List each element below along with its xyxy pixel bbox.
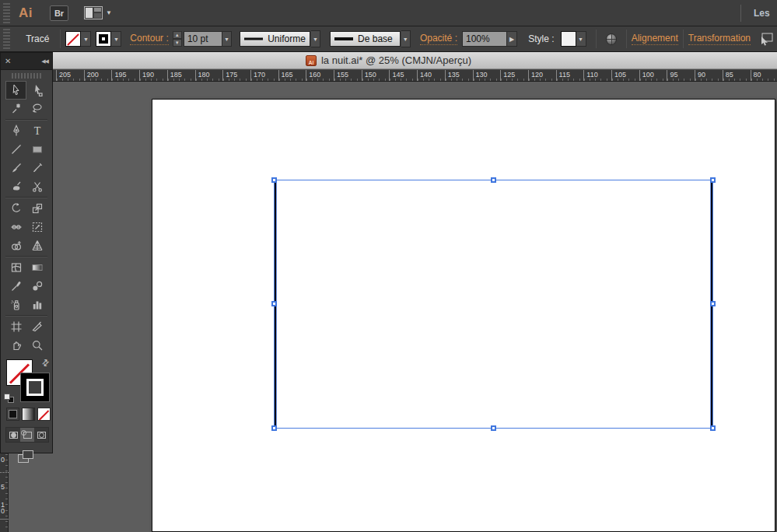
selection-handle-bottom-middle[interactable] (491, 425, 496, 431)
chevron-down-icon[interactable]: ▼ (576, 31, 586, 47)
tool-width[interactable] (5, 218, 26, 236)
stroke-proxy-black[interactable] (20, 373, 50, 402)
align-panel-link[interactable]: Alignement (632, 33, 678, 45)
none-button[interactable] (37, 408, 51, 421)
tool-artboard[interactable] (5, 317, 26, 336)
chevron-down-icon[interactable]: ▼ (81, 31, 91, 47)
bridge-button[interactable]: Br (50, 5, 68, 21)
svg-text:T: T (33, 125, 40, 137)
tool-type[interactable]: T (26, 121, 47, 140)
selection-handle-top-right[interactable] (710, 177, 716, 183)
selection-handle-top-middle[interactable] (491, 177, 496, 183)
stroke-color-button[interactable]: ▼ (96, 31, 121, 47)
workspace-menu-label[interactable]: Les (754, 8, 777, 19)
tool-pen[interactable] (5, 121, 26, 140)
draw-normal-button[interactable] (6, 428, 20, 442)
tool-magic-wand[interactable] (5, 100, 26, 118)
opacity-panel-link[interactable]: Opacité : (420, 33, 457, 45)
tool-scissors[interactable] (26, 177, 47, 196)
tool-eyedropper[interactable] (5, 277, 26, 296)
drawing-mode-row (5, 427, 49, 443)
ruler-tick-label: 105 (611, 70, 639, 81)
type-icon: T (31, 124, 44, 137)
selection-handle-bottom-right[interactable] (710, 425, 716, 431)
ruler-tick-label: 185 (167, 70, 195, 81)
stroke-weight-input[interactable] (184, 31, 222, 47)
document-setup-globe-icon[interactable] (606, 33, 617, 45)
tool-rectangle[interactable] (26, 140, 47, 159)
divider (626, 30, 627, 48)
zoom-icon (31, 339, 44, 352)
brush-definition-dropdown[interactable]: ▼ (401, 30, 411, 47)
gradient-button[interactable] (22, 408, 35, 421)
ruler-tick-label: 115 (556, 70, 584, 81)
ai-file-icon: Ai (306, 55, 317, 66)
ruler-tick-label: 120 (528, 70, 556, 81)
tool-hand[interactable] (5, 336, 26, 355)
selection-handle-top-left[interactable] (271, 177, 277, 183)
stroke-panel-link[interactable]: Contour : (130, 33, 168, 45)
tool-column-graph[interactable] (26, 296, 47, 314)
divider (60, 30, 61, 48)
fill-color-button[interactable]: ▼ (65, 31, 91, 47)
graphic-style-button[interactable]: ▼ (561, 31, 586, 47)
canvas[interactable] (0, 82, 777, 532)
tool-pencil[interactable] (26, 159, 47, 177)
selected-rectangle[interactable] (275, 180, 712, 429)
width-profile-combo[interactable]: Uniforme (240, 31, 310, 47)
tool-symbol-sprayer[interactable] (5, 296, 26, 314)
width-profile-dropdown[interactable]: ▼ (311, 30, 320, 47)
control-bar-grip[interactable] (2, 29, 12, 49)
close-icon[interactable]: ✕ (5, 57, 11, 65)
app-bar: Ai Br ▼ Les (0, 0, 777, 26)
selection-handle-bottom-left[interactable] (271, 425, 277, 431)
tool-blob-brush[interactable] (5, 177, 26, 196)
selection-handle-middle-right[interactable] (710, 301, 716, 306)
scissors-icon (31, 180, 44, 193)
collapse-panel-icon[interactable]: ◀◀ (41, 58, 48, 65)
tool-rotate[interactable] (5, 199, 26, 218)
opacity-slider-button[interactable]: ▶ (507, 31, 517, 47)
change-screen-mode-button[interactable] (18, 450, 35, 464)
control-bar: Tracé ▼ ▼ Contour : ▲▼ ▼ Uniforme ▼ De b… (0, 26, 777, 52)
stroke-weight-dropdown[interactable]: ▼ (222, 31, 232, 47)
tools-panel-header[interactable]: ✕ ◀◀ (1, 53, 52, 70)
tool-free-transform[interactable] (26, 218, 47, 236)
tool-line-segment[interactable] (5, 140, 26, 159)
app-bar-grip[interactable] (2, 3, 12, 23)
tool-mesh[interactable] (5, 258, 26, 277)
transform-panel-link[interactable]: Transformation (688, 33, 751, 45)
tool-slice[interactable] (26, 317, 47, 336)
draw-inside-button[interactable] (34, 428, 48, 442)
opacity-input[interactable] (462, 31, 507, 47)
tool-gradient[interactable] (26, 258, 47, 277)
ruler-tick-label: 140 (417, 70, 445, 81)
tool-scale[interactable] (26, 199, 47, 218)
isolate-selection-icon[interactable] (758, 32, 774, 46)
magic-wand-icon (10, 103, 23, 115)
default-fill-stroke-icon[interactable] (4, 394, 14, 403)
illustrator-logo: Ai (19, 5, 33, 21)
tool-paintbrush[interactable] (5, 159, 26, 177)
tool-perspective-grid[interactable] (26, 236, 47, 255)
tool-direct-selection[interactable] (26, 81, 47, 100)
tool-zoom[interactable] (26, 336, 47, 355)
brush-definition-combo[interactable]: De base (330, 31, 401, 47)
workspace-switcher-button[interactable]: ▼ (84, 6, 112, 19)
tool-group-divider (5, 315, 47, 317)
graphic-style-swatch (561, 31, 576, 47)
color-button[interactable] (6, 408, 19, 421)
tool-lasso[interactable] (26, 100, 47, 118)
chevron-down-icon[interactable]: ▼ (111, 31, 121, 47)
tools-panel-grip[interactable] (12, 72, 41, 81)
tool-shape-builder[interactable] (5, 236, 26, 255)
ruler-tick-label: 175 (222, 70, 250, 81)
document-tab[interactable]: Ai la nuit.ai* @ 25% (CMJN/Aperçu) (0, 52, 777, 69)
tool-blend[interactable] (26, 277, 47, 296)
selection-handle-middle-left[interactable] (271, 301, 277, 306)
horizontal-ruler[interactable]: 2052001951901851801751701651601551501451… (53, 69, 777, 82)
swap-fill-stroke-icon[interactable]: ⇄ (40, 357, 52, 369)
draw-behind-button[interactable] (20, 428, 34, 442)
stroke-weight-stepper[interactable]: ▲▼ (173, 31, 182, 47)
tool-selection[interactable] (5, 81, 26, 100)
